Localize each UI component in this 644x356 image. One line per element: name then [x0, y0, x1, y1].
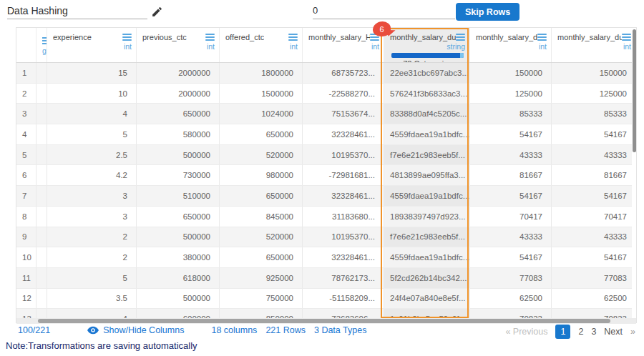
row-count-indicator: 100/221 [18, 325, 50, 335]
row-number-cell: 6 [16, 165, 36, 185]
vertical-scrollbar[interactable] [632, 28, 636, 318]
cell-monthly_salary_Ha: 78762173... [303, 268, 384, 288]
partial-column-cell [36, 247, 47, 267]
partial-column-cell [36, 165, 47, 185]
cell-monthly_salary_du_2: 70833 [470, 309, 552, 318]
partial-column-cell [36, 268, 47, 288]
skip-rows-button[interactable]: Skip Rows [456, 3, 519, 21]
table-row: 52.550000052000010195370...f7e6e21c983ee… [16, 145, 636, 166]
row-number-cell: 11 [16, 268, 36, 288]
column-header-monthly_salary_Ha[interactable]: monthly_salary_Ha...int [303, 28, 384, 62]
column-menu-icon[interactable] [622, 31, 631, 41]
column-menu-icon[interactable] [205, 31, 215, 41]
rows-count-stat: 221 Rows [265, 325, 306, 335]
cell-monthly_salary_du_3: 70833 [552, 309, 636, 318]
cell-monthly_salary_Ha: -72981681... [303, 165, 384, 185]
cell-monthly_salary_du_hash: 4559fdaea19a1bdfc... [384, 186, 470, 206]
column-header-monthly_salary_du_hash[interactable]: monthly_salary_du...string78 Catagories [384, 28, 470, 62]
partial-column-cell [36, 124, 47, 144]
cell-monthly_salary_du_3: 81667 [552, 165, 636, 185]
column-header-partial[interactable]: g [36, 28, 47, 62]
table-body: 1152000000180000068735723...22ee31cbc697… [16, 63, 636, 318]
top-bar: Data Hashing 0 Skip Rows [0, 0, 644, 26]
cell-experience: 15 [47, 63, 137, 83]
table-row: 7351000065000032328461...4559fdaea19a1bd… [16, 186, 636, 207]
show-hide-columns-label: Show/Hide Columns [103, 325, 184, 335]
cell-monthly_salary_du_3: 125000 [552, 84, 636, 104]
cell-experience: 2.5 [47, 145, 137, 165]
cell-monthly_salary_du_2: 150000 [470, 63, 552, 83]
table-row: 64.2730000980000-72981681...4813899ae095… [16, 165, 636, 186]
table-row: 9250000052000010195370...f7e6e21c983eeb5… [16, 227, 636, 248]
column-type-label: int [225, 42, 298, 51]
cell-previous_ctc: 580000 [137, 124, 220, 144]
cell-monthly_salary_du_2: 43333 [470, 227, 552, 247]
cell-experience: 2 [47, 227, 137, 247]
column-menu-icon[interactable] [537, 31, 547, 41]
cell-monthly_salary_du_2: 43333 [470, 145, 552, 165]
dataset-name-input[interactable]: Data Hashing [7, 4, 147, 19]
column-menu-icon[interactable] [122, 31, 132, 41]
eye-icon [87, 326, 99, 335]
column-header-experience[interactable]: experienceint [47, 28, 137, 62]
cell-previous_ctc: 500000 [137, 227, 220, 247]
cell-monthly_salary_Ha: 68735723... [303, 63, 384, 83]
transform-count-badge: 6 [373, 21, 391, 36]
page-button-1[interactable]: 1 [555, 325, 570, 339]
next-page-arrow[interactable]: » [630, 327, 635, 337]
cell-monthly_salary_du_3: 62500 [552, 289, 636, 309]
table-header-row: gexperienceintprevious_ctcintoffered_ctc… [16, 28, 636, 63]
column-title: experience [53, 31, 92, 41]
partial-column-cell [36, 84, 47, 104]
row-number-cell: 13 [16, 309, 36, 318]
cell-monthly_salary_du_2: 54167 [470, 247, 552, 267]
cell-experience: 5 [47, 268, 137, 288]
cell-monthly_salary_du_3: 150000 [552, 63, 636, 83]
column-title: monthly_salary_du... [557, 31, 622, 41]
column-menu-icon[interactable] [456, 31, 465, 41]
columns-count-stat: 18 columns [211, 325, 257, 335]
cell-monthly_salary_Ha: 10195370... [303, 227, 384, 247]
autosave-note: Note:Transformations are saving automati… [6, 340, 197, 351]
cell-monthly_salary_Ha: 32328461... [303, 124, 384, 144]
partial-column-cell [36, 227, 47, 247]
column-menu-icon[interactable] [42, 35, 47, 44]
page-button-2[interactable]: 2 [578, 327, 583, 337]
cell-experience: 3.5 [47, 289, 137, 309]
column-header-offered_ctc[interactable]: offered_ctcint [220, 28, 303, 62]
column-menu-icon[interactable] [288, 31, 298, 41]
cell-offered_ctc: 650000 [220, 124, 303, 144]
next-page-button[interactable]: Next [604, 327, 623, 337]
row-number-cell: 4 [16, 124, 36, 144]
cell-monthly_salary_du_3: 77083 [552, 268, 636, 288]
cell-previous_ctc: 650000 [137, 207, 220, 227]
cell-offered_ctc: 650000 [220, 247, 303, 267]
table-row: 134600000850000-73683606...1c01b2bc5ce59… [16, 309, 636, 318]
column-title: previous_ctc [142, 31, 187, 41]
partial-column-cell [36, 289, 47, 309]
page-button-3[interactable]: 3 [591, 327, 596, 337]
horizontal-scrollbar[interactable] [16, 318, 636, 324]
cell-offered_ctc: 520000 [220, 145, 303, 165]
previous-page-button[interactable]: « Previous [505, 327, 547, 337]
partial-column-cell [36, 207, 47, 227]
table-row: 123.5500000750000-51158209...24f4e07a840… [16, 289, 636, 310]
skip-rows-input[interactable]: 0 [313, 4, 455, 19]
cell-monthly_salary_du_2: 62500 [470, 289, 552, 309]
cell-offered_ctc: 1024000 [220, 104, 303, 124]
table-row: 10238000065000032328461...4559fdaea19a1b… [16, 247, 636, 268]
table-row: 21020000001500000-22588270...576241f3b68… [16, 84, 636, 104]
column-header-monthly_salary_du_2[interactable]: monthly_salary_du...int [470, 28, 552, 62]
edit-pencil-icon[interactable] [151, 6, 163, 18]
column-header-monthly_salary_du_3[interactable]: monthly_salary_du...int [552, 28, 636, 62]
cell-monthly_salary_du_2: 54167 [470, 186, 552, 206]
row-number-cell: 10 [16, 247, 36, 267]
column-header-previous_ctc[interactable]: previous_ctcint [137, 28, 220, 62]
show-hide-columns-button[interactable]: Show/Hide Columns [87, 325, 184, 335]
cell-monthly_salary_du_3: 70417 [552, 207, 636, 227]
cell-monthly_salary_du_3: 54167 [552, 186, 636, 206]
cell-monthly_salary_du_3: 54167 [552, 124, 636, 144]
vertical-scrollbar-thumb[interactable] [633, 29, 636, 152]
horizontal-scrollbar-thumb[interactable] [38, 319, 610, 323]
row-number-header [16, 28, 36, 62]
